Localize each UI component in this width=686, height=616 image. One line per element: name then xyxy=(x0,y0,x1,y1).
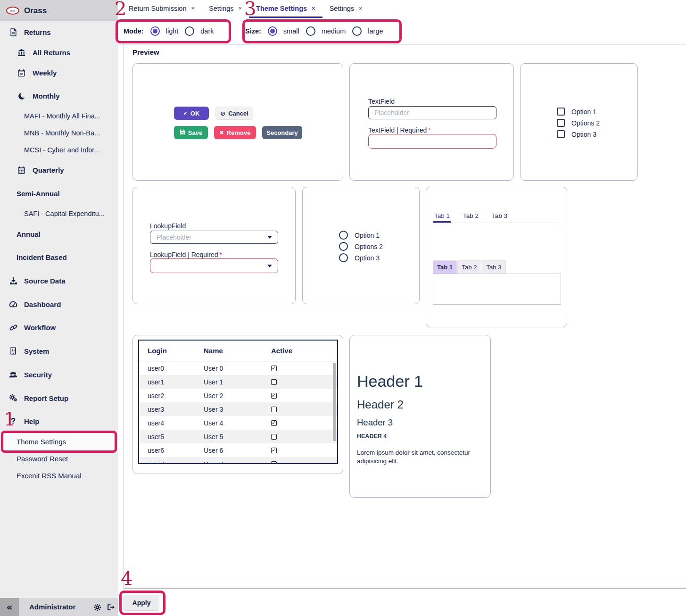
table-row[interactable]: user1 User 1 xyxy=(139,375,337,389)
radio-light[interactable] xyxy=(150,26,160,36)
radio[interactable] xyxy=(339,231,348,240)
sidebar-item-monthly[interactable]: Monthly xyxy=(0,89,118,102)
collapse-icon: « xyxy=(7,601,13,613)
tab-theme-settings[interactable]: Theme Settings × xyxy=(249,0,322,18)
sidebar-item-annual[interactable]: Annual xyxy=(0,227,118,241)
boxed-tab-1[interactable]: Tab 1 xyxy=(433,260,457,274)
mode-option-dark[interactable]: dark xyxy=(185,26,214,36)
active-checkbox[interactable] xyxy=(271,366,277,371)
cancel-button[interactable]: ⊘ Cancel xyxy=(215,107,253,120)
radio-option-3[interactable]: Option 3 xyxy=(339,253,380,262)
sidebar-item-workflow[interactable]: Workflow xyxy=(0,321,118,334)
secondary-button[interactable]: Secondary xyxy=(262,126,302,139)
checkbox[interactable] xyxy=(557,108,565,116)
sidebar-item-mnb[interactable]: MNB - Monthly Non-Ba... xyxy=(0,126,118,140)
boxed-tab-2[interactable]: Tab 2 xyxy=(457,260,481,274)
active-checkbox[interactable] xyxy=(271,448,277,453)
lookup-select[interactable]: Placeholder xyxy=(150,231,278,244)
size-option-medium[interactable]: medium xyxy=(306,26,346,36)
close-icon[interactable]: × xyxy=(312,5,315,12)
sidebar-item-returns[interactable]: Returns xyxy=(0,25,118,39)
table-row[interactable]: user2 User 2 xyxy=(139,389,337,402)
header4-sample: HEADER 4 xyxy=(357,433,387,440)
ok-button[interactable]: ✔ OK xyxy=(174,107,209,120)
checkbox-option-1[interactable]: Option 1 xyxy=(557,108,596,116)
sidebar-item-label: Semi-Annual xyxy=(17,190,60,198)
radio[interactable] xyxy=(339,242,348,251)
sidebar-item-theme-settings[interactable]: Theme Settings xyxy=(0,435,118,448)
size-option-large[interactable]: large xyxy=(352,26,383,36)
sidebar-item-excenit-rss-manual[interactable]: Excenit RSS Manual xyxy=(0,469,118,482)
sidebar-item-quarterly[interactable]: Quarterly xyxy=(0,163,118,176)
tab-label: Return Submission xyxy=(129,5,187,12)
sidebar-item-label: Annual xyxy=(17,230,41,238)
table-row[interactable]: user7 User 7 xyxy=(139,457,337,464)
table-scrollbar[interactable] xyxy=(333,363,336,441)
close-icon[interactable]: × xyxy=(359,5,363,12)
line-tab-2[interactable]: Tab 2 xyxy=(462,210,479,223)
sidebar-item-safi[interactable]: SAFI - Capital Expenditu... xyxy=(0,207,118,220)
sidebar-item-password-reset[interactable]: Password Reset xyxy=(0,452,118,465)
radio-large[interactable] xyxy=(352,26,362,36)
radio-medium[interactable] xyxy=(306,26,315,36)
radio-preview-panel: Option 1 Options 2 Option 3 xyxy=(302,187,420,304)
boxed-tabs: Tab 1 Tab 2 Tab 3 xyxy=(433,260,506,274)
radio[interactable] xyxy=(339,253,348,262)
textfield-input[interactable] xyxy=(368,106,496,119)
table-row[interactable]: user0 User 0 xyxy=(139,361,337,375)
active-checkbox[interactable] xyxy=(271,420,277,426)
sidebar-item-weekly[interactable]: Weekly xyxy=(0,66,118,79)
close-icon[interactable]: × xyxy=(191,5,195,12)
checkbox[interactable] xyxy=(557,119,565,127)
active-checkbox[interactable] xyxy=(271,379,277,385)
mode-option-light[interactable]: light xyxy=(150,26,179,36)
gear-icon[interactable] xyxy=(93,603,101,611)
sidebar-item-all-returns[interactable]: All Returns xyxy=(0,46,118,59)
active-checkbox[interactable] xyxy=(271,461,277,465)
sidebar-item-semi-annual[interactable]: Semi-Annual xyxy=(0,187,118,200)
sidebar-item-mcsi[interactable]: MCSI - Cyber and Infor... xyxy=(0,143,118,157)
sign-out-icon[interactable] xyxy=(107,603,115,611)
sidebar-item-label: Workflow xyxy=(24,324,56,332)
tab-return-submission[interactable]: Return Submission × xyxy=(122,0,202,18)
sidebar-item-security[interactable]: Security xyxy=(0,368,118,381)
active-checkbox[interactable] xyxy=(271,434,277,440)
save-button[interactable]: Save xyxy=(174,126,208,139)
active-checkbox[interactable] xyxy=(271,393,277,399)
tab-settings-2[interactable]: Settings × xyxy=(322,0,370,18)
checkbox[interactable] xyxy=(557,130,565,138)
radio-dark[interactable] xyxy=(185,26,194,36)
boxed-tab-3[interactable]: Tab 3 xyxy=(482,260,506,274)
sidebar-item-label: Help xyxy=(24,417,40,425)
sidebar-item-mafi[interactable]: MAFI - Monthly All Fina... xyxy=(0,109,118,123)
checkbox-option-3[interactable]: Option 3 xyxy=(557,130,596,138)
sidebar-item-incident-based[interactable]: Incident Based xyxy=(0,250,118,264)
close-icon[interactable]: × xyxy=(239,5,242,12)
tab-settings-1[interactable]: Settings × xyxy=(202,0,249,18)
table-row[interactable]: user4 User 4 xyxy=(139,416,337,430)
sidebar-item-report-setup[interactable]: Report Setup xyxy=(0,391,118,405)
sidebar-item-system[interactable]: System xyxy=(0,344,118,358)
radio-small[interactable] xyxy=(268,26,277,36)
remove-button[interactable]: ✖ Remove xyxy=(214,126,256,139)
checkbox-option-2[interactable]: Options 2 xyxy=(557,119,600,127)
active-checkbox[interactable] xyxy=(271,407,277,412)
sidebar-item-dashboard[interactable]: Dashboard xyxy=(0,298,118,311)
sidebar-item-help[interactable]: ? Help xyxy=(0,415,118,428)
table-row[interactable]: user3 User 3 xyxy=(139,402,337,416)
sidebar-item-source-data[interactable]: Source Data xyxy=(0,274,118,287)
sidebar-item-label: System xyxy=(24,347,49,355)
lookup-required-select[interactable] xyxy=(150,258,278,273)
textfield-required-input[interactable] xyxy=(368,134,496,149)
typography-preview-panel: Header 1 Header 2 Header 3 HEADER 4 Lore… xyxy=(349,335,491,498)
radio-option-1[interactable]: Option 1 xyxy=(339,231,380,240)
tab-label: Settings xyxy=(209,5,233,12)
line-tab-1[interactable]: Tab 1 xyxy=(433,210,451,223)
line-tab-3[interactable]: Tab 3 xyxy=(491,210,508,223)
size-option-small[interactable]: small xyxy=(268,26,299,36)
table-row[interactable]: user5 User 5 xyxy=(139,430,337,443)
radio-option-2[interactable]: Options 2 xyxy=(339,242,383,251)
sidebar-collapse-button[interactable]: « xyxy=(0,598,19,616)
table-row[interactable]: user6 User 6 xyxy=(139,443,337,457)
apply-button[interactable]: Apply xyxy=(124,595,159,611)
